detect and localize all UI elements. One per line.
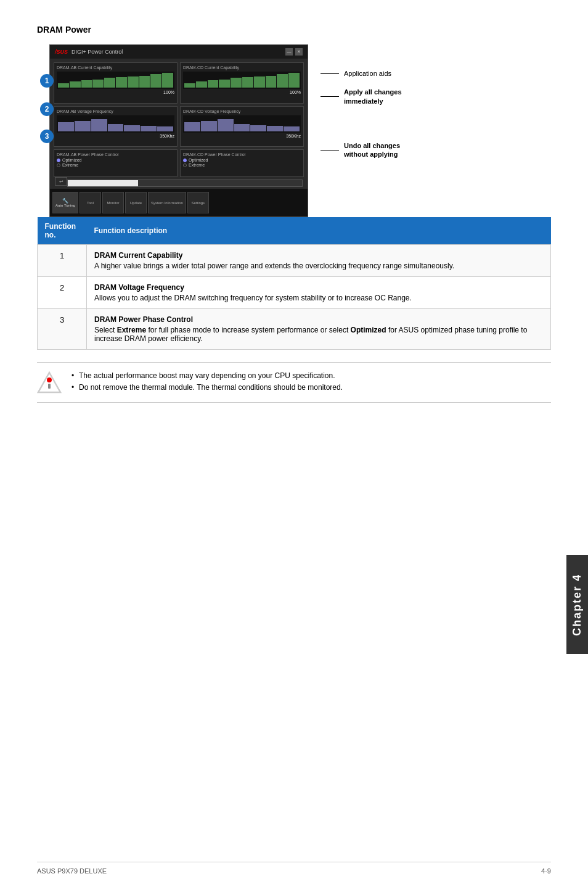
bar bbox=[91, 119, 107, 131]
badge-1: 1 bbox=[40, 74, 54, 88]
nav-tool[interactable]: Tool bbox=[80, 192, 101, 213]
bar bbox=[124, 125, 140, 131]
ab-optimized-label: Optimized bbox=[62, 158, 82, 162]
screenshot-outer: 1 2 3 /SUS DIGI+ Power Control — ✕ bbox=[49, 44, 308, 217]
bar bbox=[81, 80, 92, 88]
cd-optimized-radio[interactable] bbox=[183, 159, 187, 162]
badge-3: 3 bbox=[40, 130, 54, 143]
ab-voltage-value: 350Khz bbox=[57, 134, 174, 138]
panel-ab-voltage-title: DRAM AB Voltage Frequency bbox=[57, 109, 174, 113]
nav-update[interactable]: Update bbox=[125, 192, 147, 213]
undo-button[interactable]: ↩ bbox=[55, 177, 67, 186]
digi-logo: /SUS bbox=[55, 49, 68, 55]
nav-monitor[interactable]: Monitor bbox=[102, 192, 124, 213]
panel-cd-phase: DRAM-CD Power Phase Control Optimized Ex… bbox=[180, 149, 304, 177]
bar bbox=[277, 74, 288, 88]
table-row: 3 DRAM Power Phase Control Select Extrem… bbox=[38, 309, 551, 350]
digi-window: /SUS DIGI+ Power Control — ✕ DRAM-AB Cur… bbox=[49, 44, 308, 217]
bar bbox=[267, 126, 283, 131]
ab-optimized-option[interactable]: Optimized bbox=[57, 158, 174, 162]
right-annotations: Application aids Apply all changesimmedi… bbox=[321, 44, 431, 171]
apply-bar bbox=[67, 179, 303, 187]
nav-system-info[interactable]: System Information bbox=[148, 192, 186, 213]
minimize-btn[interactable]: — bbox=[285, 48, 293, 56]
bar bbox=[196, 81, 207, 88]
bar bbox=[75, 121, 91, 131]
digi-title: DIGI+ Power Control bbox=[71, 49, 123, 55]
function-table: Function no. Function description 1 DRAM… bbox=[37, 217, 551, 350]
footer-right: 4-9 bbox=[541, 867, 551, 875]
nav-auto-tuning[interactable]: 🔧 Auto Tuning bbox=[52, 192, 78, 213]
warning-item-2: Do not remove the thermal module. The th… bbox=[71, 382, 343, 394]
bar bbox=[184, 122, 200, 131]
bar bbox=[104, 78, 115, 88]
apply-bar-inner bbox=[68, 180, 138, 186]
cd-extreme-radio[interactable] bbox=[183, 163, 187, 167]
panel-ab-phase-title: DRAM-AB Power Phase Control bbox=[57, 152, 174, 157]
ab-extreme-option[interactable]: Extreme bbox=[57, 163, 174, 167]
window-controls: — ✕ bbox=[285, 48, 303, 56]
page-footer: ASUS P9X79 DELUXE 4-9 bbox=[37, 862, 551, 875]
bar bbox=[231, 78, 242, 88]
nav-settings[interactable]: Settings bbox=[187, 192, 209, 213]
chapter-tab: Chapter 4 bbox=[566, 555, 588, 654]
table-row: 2 DRAM Voltage Frequency Allows you to a… bbox=[38, 277, 551, 309]
row1-number: 1 bbox=[38, 245, 87, 277]
svg-rect-2 bbox=[48, 384, 51, 389]
ab-current-slider[interactable] bbox=[57, 72, 174, 89]
panel-cd-current: DRAM-CD Current Capability bbox=[180, 62, 304, 104]
panel-ab-voltage: DRAM AB Voltage Frequency bbox=[54, 106, 178, 147]
ab-optimized-radio[interactable] bbox=[57, 159, 60, 162]
warning-box: The actual performance boost may vary de… bbox=[37, 362, 551, 403]
row1-description: DRAM Current Capability A higher value b… bbox=[87, 245, 551, 277]
bar bbox=[58, 83, 69, 88]
annotation-dash-2 bbox=[321, 96, 339, 97]
table-row: 1 DRAM Current Capability A higher value… bbox=[38, 245, 551, 277]
digi-bottombar: 🔧 Auto Tuning Tool Monitor Update System… bbox=[50, 189, 308, 217]
cd-extreme-label: Extreme bbox=[189, 163, 205, 167]
row3-extreme: Extreme bbox=[117, 326, 146, 334]
cd-extreme-option[interactable]: Extreme bbox=[183, 163, 301, 167]
row3-number: 3 bbox=[38, 309, 87, 350]
footer-left: ASUS P9X79 DELUXE bbox=[37, 867, 107, 875]
row2-func-name: DRAM Voltage Frequency bbox=[94, 283, 543, 292]
panel-ab-current: DRAM-AB Current Capability bbox=[54, 62, 178, 104]
table-header-function-no: Function no. bbox=[38, 217, 87, 245]
panel-cd-current-title: DRAM-CD Current Capability bbox=[183, 65, 301, 70]
chapter-tab-text: Chapter 4 bbox=[571, 573, 584, 635]
row3-func-name: DRAM Power Phase Control bbox=[94, 315, 543, 324]
row1-func-name: DRAM Current Capability bbox=[94, 251, 543, 260]
cd-optimized-option[interactable]: Optimized bbox=[183, 158, 301, 162]
bar bbox=[242, 77, 253, 88]
row3-description: DRAM Power Phase Control Select Extreme … bbox=[87, 309, 551, 350]
close-btn[interactable]: ✕ bbox=[295, 48, 303, 56]
warning-icon bbox=[37, 370, 62, 395]
bar bbox=[108, 124, 124, 131]
row2-description: DRAM Voltage Frequency Allows you to adj… bbox=[87, 277, 551, 309]
bar bbox=[150, 74, 161, 88]
bar bbox=[208, 80, 219, 88]
cd-voltage-slider[interactable] bbox=[183, 115, 301, 133]
bar bbox=[116, 77, 127, 88]
digi-titlebar: /SUS DIGI+ Power Control — ✕ bbox=[50, 45, 308, 59]
svg-point-1 bbox=[47, 377, 52, 382]
annotation-apply: Apply all changesimmediately bbox=[321, 88, 431, 105]
bar bbox=[284, 126, 300, 131]
ab-extreme-radio[interactable] bbox=[57, 163, 60, 167]
panel-cd-phase-title: DRAM-CD Power Phase Control bbox=[183, 152, 301, 157]
badge-2: 2 bbox=[40, 102, 54, 116]
ab-voltage-slider[interactable] bbox=[57, 115, 174, 133]
annotation-app-aids-text: Application aids bbox=[344, 69, 391, 78]
bar bbox=[218, 119, 234, 131]
bar bbox=[58, 122, 74, 131]
cd-voltage-value: 350Khz bbox=[183, 134, 301, 138]
table-header-function-desc: Function description bbox=[87, 217, 551, 245]
row2-number: 2 bbox=[38, 277, 87, 309]
cd-current-slider[interactable] bbox=[183, 72, 301, 89]
warning-list: The actual performance boost may vary de… bbox=[71, 370, 343, 394]
annotation-dash-3 bbox=[321, 150, 339, 151]
panel-cd-voltage: DRAM-CD Voltage Frequency bbox=[180, 106, 304, 147]
bar bbox=[201, 121, 217, 131]
bar bbox=[219, 80, 230, 88]
bar bbox=[92, 80, 104, 88]
